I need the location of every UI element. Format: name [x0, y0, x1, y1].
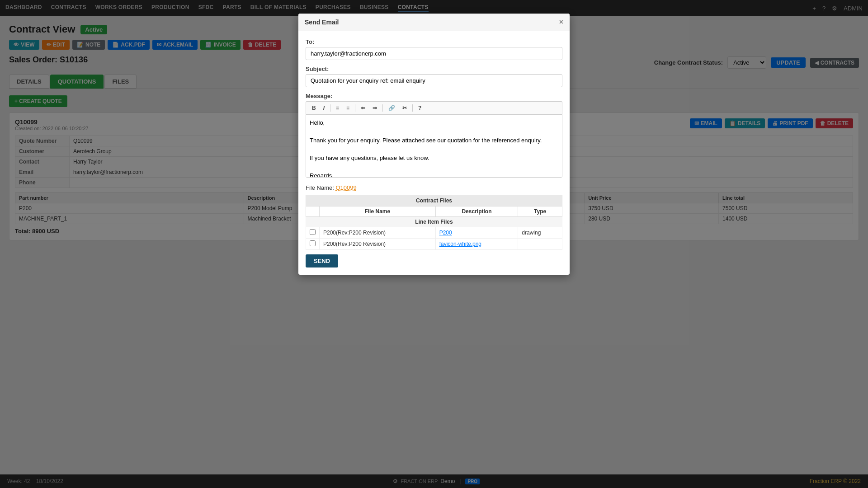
- subject-label: Subject:: [306, 66, 562, 72]
- file-table-row: P200(Rev:P200 Revision) favicon-white.pn…: [306, 239, 562, 250]
- to-field-group: To:: [306, 38, 562, 60]
- subject-field-group: Subject:: [306, 66, 562, 87]
- contract-files-table: Contract Files File Name Description Typ…: [306, 195, 562, 250]
- ordered-list-button[interactable]: ≡: [343, 103, 353, 113]
- subject-input[interactable]: [306, 74, 562, 87]
- file-checkbox-2[interactable]: [310, 240, 316, 246]
- toolbar-divider-3: [382, 104, 383, 112]
- file-table-row: P200(Rev:P200 Revision) P200 drawing: [306, 227, 562, 239]
- file-link-p200[interactable]: P200: [439, 230, 452, 236]
- message-label: Message:: [306, 93, 562, 99]
- modal-header: Send Email ×: [298, 14, 570, 31]
- file-checkbox-1[interactable]: [310, 229, 316, 235]
- modal-overlay: Send Email × To: Subject: Message: B I: [0, 0, 868, 488]
- message-textarea[interactable]: Hello, Thank you for your enquiry. Pleas…: [306, 114, 562, 178]
- toolbar-divider-2: [355, 104, 355, 112]
- send-email-modal: Send Email × To: Subject: Message: B I: [298, 14, 570, 275]
- toolbar-divider: [330, 104, 330, 112]
- modal-body: To: Subject: Message: B I ≡ ≡ ⇐ ⇒: [298, 31, 570, 275]
- outdent-button[interactable]: ⇐: [358, 103, 368, 113]
- file-name-link[interactable]: Q10099: [335, 184, 356, 191]
- rte-toolbar: B I ≡ ≡ ⇐ ⇒ 🔗 ✂ ?: [306, 101, 562, 114]
- indent-button[interactable]: ⇒: [369, 103, 380, 113]
- modal-title: Send Email: [305, 19, 339, 26]
- help-button[interactable]: ?: [415, 103, 425, 113]
- modal-close-button[interactable]: ×: [559, 18, 563, 26]
- file-name-label: File Name:: [306, 184, 334, 191]
- message-field-group: Message: B I ≡ ≡ ⇐ ⇒ 🔗 ✂ ? Hello, Than: [306, 93, 562, 179]
- unlink-button[interactable]: ✂: [399, 103, 410, 113]
- bold-button[interactable]: B: [309, 103, 319, 113]
- to-input[interactable]: [306, 47, 562, 60]
- italic-button[interactable]: I: [320, 103, 328, 113]
- link-button[interactable]: 🔗: [385, 103, 398, 113]
- file-name-row: File Name: Q10099: [306, 184, 562, 191]
- to-label: To:: [306, 38, 562, 45]
- file-link-favicon[interactable]: favicon-white.png: [439, 241, 481, 247]
- unordered-list-button[interactable]: ≡: [333, 103, 342, 113]
- toolbar-divider-4: [412, 104, 413, 112]
- send-button[interactable]: SEND: [306, 254, 338, 267]
